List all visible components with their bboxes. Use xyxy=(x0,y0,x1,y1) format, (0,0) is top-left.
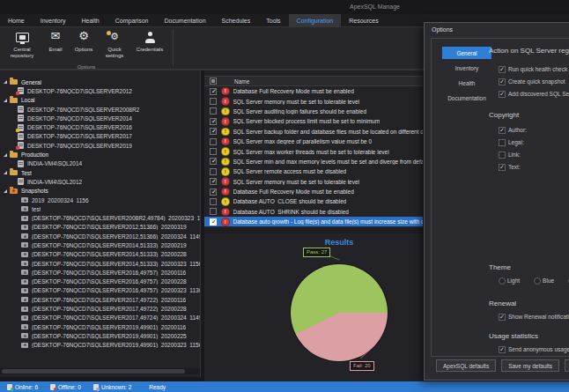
ribbon-tab[interactable]: Tools xyxy=(258,14,288,27)
tree-item-row[interactable]: DESKTOP-76NQCD7\SQLSERVER2014 xyxy=(0,114,201,122)
check-row[interactable]: SQL Server backup folder and database fi… xyxy=(204,127,423,137)
scrollbar-thumb[interactable] xyxy=(2,369,185,374)
dialog-checkbox[interactable]: Text: xyxy=(499,164,527,176)
row-checkbox[interactable] xyxy=(210,168,217,175)
select-all-checkbox[interactable] xyxy=(210,78,217,85)
dialog-checkbox[interactable]: Legal: xyxy=(499,139,527,152)
tree-item-row[interactable]: 2019_20200324_1156 xyxy=(0,196,201,204)
tree-item-row[interactable]: DESKTOP-76NQCD7\SQLSERVER2017 xyxy=(0,132,201,141)
row-checkbox[interactable] xyxy=(210,118,217,125)
check-row[interactable]: SQL Server min and max memory levels mus… xyxy=(204,157,423,166)
quick-settings-button[interactable]: Quick settings xyxy=(100,30,129,62)
row-checkbox[interactable] xyxy=(210,218,217,226)
tree-horizontal-scrollbar[interactable] xyxy=(0,368,200,374)
check-row[interactable]: Database AUTO_CLOSE should be disabled xyxy=(204,196,423,206)
tree-item-row[interactable]: DESKTOP-76NQCD7\SQLSERVER2019 xyxy=(0,141,201,150)
check-row[interactable]: Database Full Recovery Mode must be enab… xyxy=(204,86,423,96)
row-checkbox[interactable] xyxy=(210,208,217,215)
row-checkbox[interactable] xyxy=(210,198,217,205)
tree-item-row[interactable]: (DESKTOP-76NQCD7\SQLSERVER2019,49901)_20… xyxy=(0,341,201,350)
tree-item-row[interactable]: (DESKTOP-76NQCD7\SQLSERVER2017,49722)_20… xyxy=(0,295,201,304)
dialog-checkbox[interactable]: Run quick health check xyxy=(499,66,569,78)
ribbon-tab[interactable]: Comparison xyxy=(107,14,157,27)
tree-item-row[interactable]: DESKTOP-76NQCD7\SQLSERVER2012 xyxy=(0,86,201,95)
check-row[interactable]: SQL Server auditing login failures shoul… xyxy=(204,107,423,116)
tree-item-row[interactable]: (DESKTOP-76NQCD7\SQLSERVER2014,51333)_20… xyxy=(0,250,201,259)
tree-item-row[interactable]: (DESKTOP-76NQCD7\SQLSERVER2016,49757)_20… xyxy=(0,277,201,286)
tree-item-row[interactable]: (DESKTOP-76NQCD7\SQLSERVER2014,51333)_20… xyxy=(0,259,201,268)
expander-icon[interactable] xyxy=(4,80,7,84)
tree-group-row[interactable]: Snapshots xyxy=(0,187,201,196)
dialog-nav-item[interactable]: Inventory xyxy=(442,62,491,74)
tree-item-row[interactable]: (DESKTOP-76NQCD7\SQLSERVER2019,49901)_20… xyxy=(0,322,201,331)
ribbon-tab[interactable]: Resources xyxy=(341,14,386,27)
expander-icon[interactable] xyxy=(4,171,7,174)
row-checkbox[interactable] xyxy=(210,189,217,196)
dialog-button[interactable]: Save my defaults xyxy=(501,359,559,372)
dialog-button[interactable]: ApexSQL defaults xyxy=(436,359,496,372)
check-row[interactable]: SQL Server max worker threads must be se… xyxy=(204,146,423,156)
tree-item-row[interactable]: DESKTOP-76NQCD7\SQLSERVER2008R2 xyxy=(0,105,201,114)
dialog-checkbox[interactable]: Link: xyxy=(499,152,527,164)
tree-item-row[interactable]: INDIA-VM4\SQL2014 xyxy=(0,159,201,168)
ribbon-tab[interactable]: Schedules xyxy=(214,14,259,27)
theme-radio[interactable]: Light xyxy=(499,277,520,288)
check-row[interactable]: Database Full Recovery Mode must be enab… xyxy=(204,187,423,196)
expander-icon[interactable] xyxy=(4,189,7,193)
dialog-nav-item[interactable]: Health xyxy=(442,77,491,89)
dialog-checkbox[interactable]: Create quick snapshot xyxy=(499,78,569,91)
dialog-checkbox[interactable]: Add discovered SQL Servers xyxy=(499,91,569,103)
dialog-nav-item[interactable]: Documentation xyxy=(442,92,491,104)
tree-item-row[interactable]: (DESKTOP-76NQCD7\SQLSERVER2012,51366)_20… xyxy=(0,223,201,232)
expander-icon[interactable] xyxy=(4,153,7,157)
row-checkbox[interactable] xyxy=(210,148,217,155)
check-row[interactable]: SQL Server remote access must be disable… xyxy=(204,166,423,176)
check-row[interactable]: SQL Server max degree of parallelism val… xyxy=(204,137,423,146)
row-checkbox[interactable] xyxy=(210,107,217,115)
row-checkbox[interactable] xyxy=(210,98,217,105)
tree-group-row[interactable]: General xyxy=(0,78,201,86)
tree-item-row[interactable]: (DESKTOP-76NQCD7\SQLSERVER2008R2,49784)_… xyxy=(0,213,201,222)
ribbon-tab[interactable]: Documentation xyxy=(156,14,213,27)
row-checkbox[interactable] xyxy=(210,178,217,185)
expander-icon[interactable] xyxy=(4,99,7,102)
ribbon-tab[interactable]: Inventory xyxy=(33,14,74,27)
tree-item-row[interactable]: (DESKTOP-76NQCD7\SQLSERVER2012,51366)_20… xyxy=(0,232,201,240)
check-row[interactable]: Database AUTO_SHRINK should be disabled xyxy=(204,207,423,217)
grid-horizontal-scrollbar[interactable] xyxy=(204,228,423,233)
tree-group-row[interactable]: Production xyxy=(0,150,201,159)
dialog-checkbox[interactable]: Show Renewal notifications xyxy=(499,314,569,326)
ribbon-tab[interactable]: Health xyxy=(73,14,107,27)
tree-item-row[interactable]: DESKTOP-76NQCD7\SQLSERVER2016 xyxy=(0,122,201,131)
check-row[interactable]: SQL Server memory must be set to tolerab… xyxy=(204,177,423,187)
tree-item-row[interactable]: test xyxy=(0,204,201,213)
options-button[interactable]: Options xyxy=(70,30,97,62)
tree-group-row[interactable]: Local xyxy=(0,96,201,105)
row-checkbox[interactable] xyxy=(210,128,217,135)
tree-item-row[interactable]: (DESKTOP-76NQCD7\SQLSERVER2019,49901)_20… xyxy=(0,331,201,340)
dialog-nav-item[interactable]: General xyxy=(442,47,491,59)
email-button[interactable]: Email xyxy=(44,30,67,62)
row-checkbox[interactable] xyxy=(210,88,217,95)
check-row[interactable]: SQL Server memory must be set to tolerab… xyxy=(204,96,423,106)
tree-group-row[interactable]: Test xyxy=(0,168,201,177)
name-column-header[interactable]: Name xyxy=(234,78,249,85)
row-checkbox[interactable] xyxy=(210,138,217,145)
check-row[interactable]: Database auto growth - Log file(s) and d… xyxy=(204,217,423,226)
dialog-button[interactable]: Load my defaults xyxy=(565,359,569,372)
ribbon-tab[interactable]: Configuration xyxy=(289,14,342,27)
central-repository-button[interactable]: Central repository xyxy=(4,30,41,62)
tree-item-row[interactable]: INDIA-VM4\SQL2012 xyxy=(0,177,201,186)
row-checkbox[interactable] xyxy=(210,158,217,165)
check-row[interactable]: SQL Server blocked process limit must be… xyxy=(204,116,423,126)
theme-radio[interactable]: Blue xyxy=(534,277,554,288)
tree-item-row[interactable]: (DESKTOP-76NQCD7\SQLSERVER2017,49724)_20… xyxy=(0,314,201,322)
credentials-button[interactable]: Credentials xyxy=(132,30,167,62)
dialog-checkbox[interactable]: Author: xyxy=(499,127,527,139)
tree-item-row[interactable]: (DESKTOP-76NQCD7\SQLSERVER2017,49722)_20… xyxy=(0,304,201,313)
dialog-checkbox[interactable]: Send anonymous usage statistics xyxy=(499,346,569,359)
ribbon-tab[interactable]: Home xyxy=(0,14,33,27)
tree-item-row[interactable]: (DESKTOP-76NQCD7\SQLSERVER2016,49757)_20… xyxy=(0,286,201,295)
tree-item-row[interactable]: (DESKTOP-76NQCD7\SQLSERVER2014,51333)_20… xyxy=(0,240,201,249)
tree-item-row[interactable]: (DESKTOP-76NQCD7\SQLSERVER2016,49757)_20… xyxy=(0,268,201,277)
